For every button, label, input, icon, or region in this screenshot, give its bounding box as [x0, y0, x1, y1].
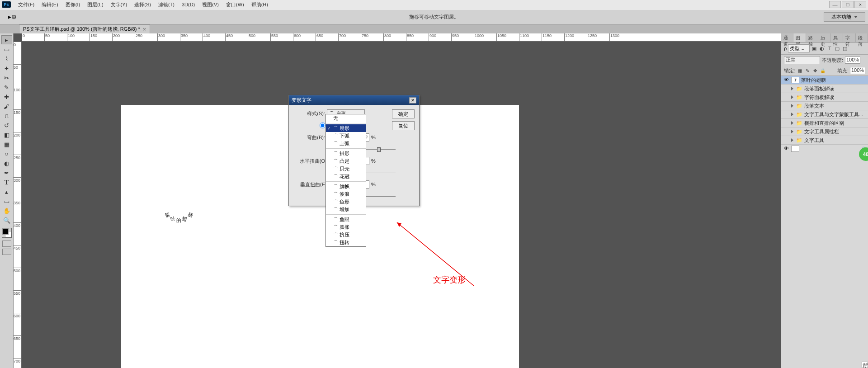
- tab-properties[interactable]: 属性: [831, 33, 843, 42]
- filter-shape-icon[interactable]: ▢: [834, 45, 840, 52]
- filter-type-icon[interactable]: T: [826, 45, 833, 52]
- tab-close-icon[interactable]: ×: [143, 26, 146, 33]
- tab-character[interactable]: 字符: [843, 33, 855, 42]
- visibility-toggle[interactable]: [783, 128, 789, 135]
- menu-view[interactable]: 视图(V): [198, 1, 222, 8]
- layer-row[interactable]: 📁文字工具与文字蒙版工具...: [781, 110, 868, 119]
- dropdown-item[interactable]: ⌒下弧: [326, 132, 366, 140]
- eraser-tool[interactable]: ◧: [1, 130, 12, 139]
- menu-select[interactable]: 选择(S): [131, 1, 155, 8]
- dodge-tool[interactable]: ◐: [1, 159, 12, 168]
- healing-brush-tool[interactable]: ✚: [1, 92, 12, 101]
- fill-input[interactable]: 100%: [850, 67, 865, 74]
- zoom-tool[interactable]: 🔍: [1, 216, 12, 225]
- dialog-close-button[interactable]: ×: [409, 97, 416, 104]
- dropdown-item[interactable]: 无: [326, 114, 366, 122]
- dropdown-item[interactable]: ⌒上弧: [326, 140, 366, 147]
- dropdown-item[interactable]: ⌒挤压: [326, 231, 366, 239]
- visibility-toggle[interactable]: [783, 120, 789, 126]
- layer-filter-type[interactable]: 类型⌄: [788, 44, 810, 52]
- filter-smart-icon[interactable]: ◫: [842, 45, 848, 52]
- color-swatch[interactable]: [2, 228, 12, 238]
- visibility-toggle[interactable]: [783, 111, 789, 118]
- maximize-button[interactable]: □: [842, 1, 854, 8]
- menu-filter[interactable]: 滤镜(T): [155, 1, 178, 8]
- visibility-toggle[interactable]: 👁: [783, 146, 789, 152]
- dropdown-item[interactable]: ⌒波浪: [326, 190, 366, 198]
- dropdown-item[interactable]: ⌒扭转: [326, 239, 366, 246]
- visibility-toggle[interactable]: [783, 85, 789, 92]
- reset-button[interactable]: 复位: [392, 121, 415, 130]
- path-selection-tool[interactable]: ▴: [1, 187, 12, 196]
- minimize-button[interactable]: —: [829, 1, 841, 8]
- brush-tool[interactable]: 🖌: [1, 102, 12, 111]
- hand-tool[interactable]: ✋: [1, 206, 12, 215]
- dropdown-item[interactable]: ⌒拱形: [326, 150, 366, 157]
- dropdown-item[interactable]: ⌒凸起: [326, 157, 366, 165]
- layer-row[interactable]: 📁文字工具: [781, 136, 868, 145]
- marquee-tool[interactable]: ▭: [1, 45, 12, 54]
- dropdown-item[interactable]: ⌒增加: [326, 206, 366, 213]
- dropdown-item[interactable]: ⌒旗帜: [326, 183, 366, 190]
- layer-row[interactable]: 📁字符面板解读: [781, 93, 868, 102]
- menu-3d[interactable]: 3D(D): [178, 2, 198, 7]
- tab-layers[interactable]: 图层: [793, 33, 806, 42]
- close-button[interactable]: ×: [854, 1, 866, 8]
- visibility-toggle[interactable]: [783, 94, 789, 100]
- visibility-toggle[interactable]: 👁: [783, 77, 789, 83]
- lock-transparent-icon[interactable]: ▦: [797, 67, 803, 74]
- opacity-input[interactable]: 100%: [845, 57, 860, 64]
- dropdown-item[interactable]: ⌒鱼眼: [326, 216, 366, 223]
- layer-row[interactable]: 📁文字工具属性栏: [781, 127, 868, 136]
- dropdown-item[interactable]: ⌒扇形: [326, 124, 366, 132]
- dropdown-item[interactable]: ⌒鱼形: [326, 198, 366, 206]
- ok-button[interactable]: 确定: [392, 109, 415, 118]
- tab-channels[interactable]: 通道: [781, 33, 793, 42]
- menu-file[interactable]: 文件(F): [14, 1, 38, 8]
- dropdown-item[interactable]: ⌒花冠: [326, 173, 366, 180]
- shape-tool[interactable]: ▭: [1, 197, 12, 206]
- menu-edit[interactable]: 编辑(E): [38, 1, 62, 8]
- blend-mode-select[interactable]: 正常: [784, 56, 820, 64]
- filter-adjust-icon[interactable]: ◐: [819, 45, 825, 52]
- layer-row[interactable]: 👁T落叶的翅膀: [781, 76, 868, 85]
- blur-tool[interactable]: ○: [1, 149, 12, 158]
- dialog-titlebar[interactable]: 变形文字 ×: [289, 95, 419, 105]
- menu-layer[interactable]: 图层(L): [84, 1, 107, 8]
- clone-stamp-tool[interactable]: ⎍: [1, 111, 12, 120]
- quick-mask-toggle[interactable]: [2, 241, 11, 247]
- lock-pixel-icon[interactable]: ✎: [804, 67, 811, 74]
- menu-type[interactable]: 文字(Y): [107, 1, 131, 8]
- layer-row[interactable]: 📁横排和直排的区别: [781, 119, 868, 127]
- layer-row[interactable]: 👁背景🔒: [781, 145, 868, 153]
- document-tab[interactable]: PS文字工具详解.psd @ 100% (落叶的翅膀, RGB/8) * ×: [19, 24, 150, 33]
- move-tool[interactable]: ▸: [1, 35, 12, 44]
- tab-history[interactable]: 历史: [818, 33, 830, 42]
- pen-tool[interactable]: ✒: [1, 168, 12, 177]
- gradient-tool[interactable]: ▦: [1, 140, 12, 149]
- visibility-toggle[interactable]: [783, 103, 789, 109]
- menu-image[interactable]: 图像(I): [62, 1, 84, 8]
- type-tool[interactable]: T: [1, 178, 12, 187]
- filter-pixel-icon[interactable]: ▣: [811, 45, 817, 52]
- tab-paths[interactable]: 路径: [806, 33, 818, 42]
- visibility-toggle[interactable]: [783, 137, 789, 143]
- warped-text-layer[interactable]: 落叶的翅膀: [165, 203, 194, 216]
- magic-wand-tool[interactable]: ✦: [1, 64, 12, 73]
- dropdown-item[interactable]: ⌒贝壳: [326, 165, 366, 173]
- history-brush-tool[interactable]: ↺: [1, 121, 12, 130]
- lock-all-icon[interactable]: 🔒: [820, 67, 826, 74]
- eyedropper-tool[interactable]: ✎: [1, 83, 12, 92]
- menu-window[interactable]: 窗口(W): [222, 1, 248, 8]
- workspace-switcher[interactable]: 基本功能: [824, 12, 865, 22]
- lock-position-icon[interactable]: ✥: [812, 67, 818, 74]
- layer-row[interactable]: 📁段落面板解读: [781, 85, 868, 93]
- screen-mode-toggle[interactable]: [2, 249, 11, 255]
- dropdown-item[interactable]: ⌒膨胀: [326, 223, 366, 231]
- tab-paragraph[interactable]: 段落: [856, 33, 868, 42]
- crop-tool[interactable]: ✂: [1, 73, 12, 82]
- lasso-tool[interactable]: ⌇: [1, 54, 12, 63]
- menu-bar: Ps 文件(F) 编辑(E) 图像(I) 图层(L) 文字(Y) 选择(S) 滤…: [0, 0, 868, 9]
- menu-help[interactable]: 帮助(H): [248, 1, 272, 8]
- layer-row[interactable]: 📁段落文本: [781, 102, 868, 110]
